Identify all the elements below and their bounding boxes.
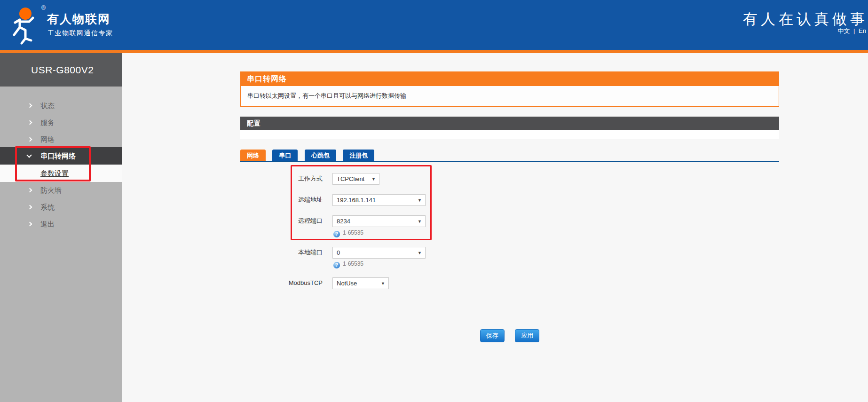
help-icon: ? [333, 231, 340, 237]
sidebar-item-serial-to-network[interactable]: 串口转网络 [0, 147, 122, 165]
lang-zh-link[interactable]: 中文 [837, 27, 850, 34]
sidebar-item-parameter-settings[interactable]: 参数设置 [0, 165, 122, 182]
save-button[interactable]: 保存 [480, 329, 505, 342]
remote-address-label: 远端地址 [240, 194, 323, 205]
tab-heartbeat[interactable]: 心跳包 [305, 150, 336, 162]
tab-registration[interactable]: 注册包 [343, 150, 374, 162]
local-port-hint: ?1-65535 [333, 260, 363, 267]
work-mode-label: 工作方式 [240, 173, 323, 184]
help-icon: ? [333, 262, 340, 268]
remote-port-hint: ?1-65535 [333, 229, 363, 236]
page-description: 串口转以太网设置，有一个串口且可以与网络进行数据传输 [240, 86, 779, 107]
sidebar-item-status[interactable]: 状态 [0, 97, 122, 114]
remote-address-select[interactable]: 192.168.1.141 ▼ [332, 194, 426, 206]
section-title: 配置 [240, 117, 779, 130]
lang-separator: | [853, 27, 855, 34]
top-header: ® 有人物联网 工业物联网通信专家 有人在认真做事 中文 | En [0, 0, 868, 50]
sidebar-item-service[interactable]: 服务 [0, 114, 122, 131]
usr-logo-icon [8, 6, 44, 45]
dropdown-arrow-icon: ▼ [418, 251, 422, 255]
sidebar-item-logout[interactable]: 退出 [0, 216, 122, 233]
sidebar: USR-G800V2 状态 服务 网络 串口转网络 参数设置 防火墙 系统 退出 [0, 53, 122, 402]
work-mode-select[interactable]: TCPClient ▼ [332, 173, 379, 185]
dropdown-arrow-icon: ▼ [418, 219, 422, 224]
chevron-right-icon [28, 188, 32, 193]
sidebar-item-firewall[interactable]: 防火墙 [0, 182, 122, 199]
section-strip [240, 130, 779, 139]
modbus-tcp-select[interactable]: NotUse ▼ [332, 277, 389, 289]
tab-network[interactable]: 网络 [240, 150, 266, 162]
local-port-select[interactable]: 0 ▼ [332, 247, 426, 259]
chevron-right-icon [28, 120, 32, 125]
chevron-right-icon [28, 137, 32, 142]
accent-stripe [0, 50, 868, 53]
remote-port-label: 远程端口 [240, 215, 323, 227]
chevron-right-icon [28, 222, 32, 227]
header-slogan: 有人在认真做事 [743, 9, 868, 29]
tab-underline [240, 161, 779, 162]
dropdown-arrow-icon: ▼ [371, 177, 376, 181]
local-port-label: 本地端口 [240, 247, 323, 258]
modbus-tcp-label: ModbusTCP [240, 277, 323, 289]
remote-port-select[interactable]: 8234 ▼ [332, 215, 426, 227]
language-switcher: 中文 | En [836, 27, 867, 35]
dropdown-arrow-icon: ▼ [381, 281, 385, 286]
brand-subtitle: 工业物联网通信专家 [47, 29, 113, 38]
dropdown-arrow-icon: ▼ [418, 198, 422, 203]
brand-title: 有人物联网 [47, 11, 110, 27]
tab-serial[interactable]: 串口 [272, 150, 298, 162]
chevron-right-icon [28, 205, 32, 210]
device-name: USR-G800V2 [0, 53, 122, 87]
sidebar-item-system[interactable]: 系统 [0, 199, 122, 216]
chevron-down-icon [26, 152, 32, 158]
registered-mark: ® [41, 5, 46, 11]
button-row: 保存 应用 [240, 329, 779, 342]
lang-en-link[interactable]: En [859, 27, 866, 34]
chevron-right-icon [28, 103, 32, 108]
tab-bar: 网络 串口 心跳包 注册包 [240, 150, 379, 162]
apply-button[interactable]: 应用 [515, 329, 539, 342]
sidebar-item-network[interactable]: 网络 [0, 131, 122, 148]
page-title: 串口转网络 [240, 71, 779, 86]
